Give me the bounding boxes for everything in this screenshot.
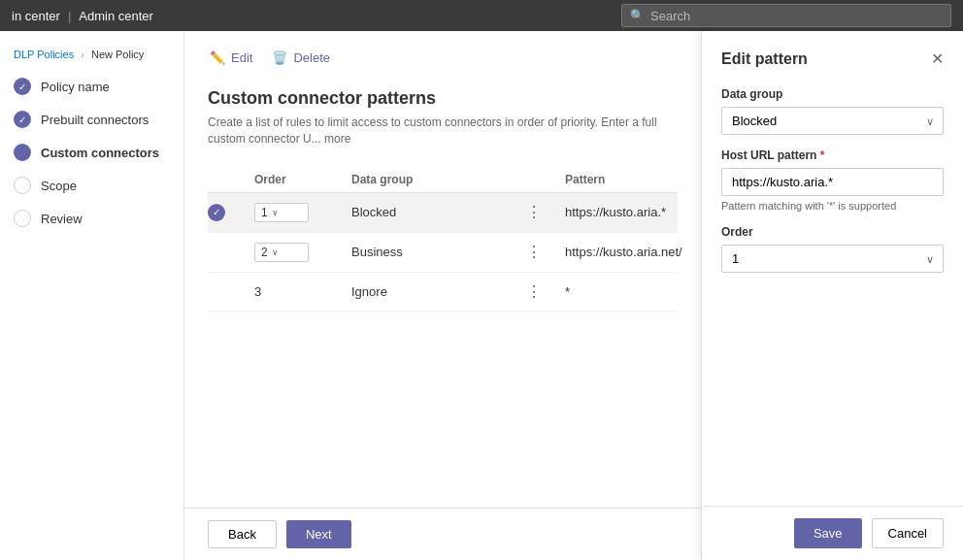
sidebar-label-scope: Scope [41,179,77,193]
content-area: ✏️ Edit 🗑️ Delete Custom connector patte… [184,31,701,560]
pattern-2: https://kusto.aria.net/ [565,245,682,259]
host-url-label: Host URL pattern * [721,148,944,162]
panel-header: Edit pattern ✕ [721,50,944,68]
panel-title: Edit pattern [721,50,808,68]
save-button[interactable]: Save [794,518,862,548]
row-check-icon: ✓ [208,204,225,221]
admin-label: Admin center [79,9,153,23]
order-select-wrapper: 1 2 3 [721,245,944,273]
host-url-input[interactable] [721,168,944,196]
col-check [208,173,254,186]
data-group-select-wrapper: Blocked Business Ignore [721,107,944,135]
sidebar-label-prebuilt-connectors: Prebuilt connectors [41,113,149,127]
row-menu-2[interactable]: ⋮ [526,243,565,261]
host-url-hint: Pattern matching with '*' is supported [721,200,944,212]
order-chevron-1: ∨ [272,208,279,217]
delete-button[interactable]: 🗑️ Delete [270,47,332,69]
table-container: Order Data group Pattern ✓ 1 ∨ Blocked ⋮ [208,167,678,312]
sidebar-label-policy-name: Policy name [41,80,110,94]
sidebar-item-policy-name[interactable]: ✓ Policy name [0,70,183,103]
order-value-2: 2 [261,246,268,259]
breadcrumb-current: New Policy [91,49,144,60]
nav-separator: | [68,9,71,23]
row-menu-3[interactable]: ⋮ [526,282,565,301]
app-name: in center [12,9,60,23]
panel-close-button[interactable]: ✕ [931,51,944,67]
cancel-button[interactable]: Cancel [872,518,944,548]
edit-button[interactable]: ✏️ Edit [208,47,254,69]
prebuilt-connectors-icon: ✓ [14,111,31,128]
order-label: Order [721,225,944,239]
sidebar-item-review[interactable]: Review [0,202,183,235]
col-order: Order [254,173,351,186]
order-dropdown-2[interactable]: 2 ∨ [254,243,309,262]
breadcrumb-separator: › [81,49,84,60]
next-button[interactable]: Next [286,520,351,548]
delete-icon: 🗑️ [272,50,287,65]
pattern-1: https://kusto.aria.* [565,205,678,219]
table-row[interactable]: ✓ 1 ∨ Blocked ⋮ https://kusto.aria.* [208,193,678,233]
col-pattern: Pattern [565,173,678,186]
edit-panel: Edit pattern ✕ Data group Blocked Busine… [701,31,963,560]
sidebar-item-prebuilt-connectors[interactable]: ✓ Prebuilt connectors [0,103,183,136]
data-group-2: Business [351,245,526,259]
bottom-bar: Back Next [184,508,701,560]
data-group-select[interactable]: Blocked Business Ignore [721,107,944,135]
table-row[interactable]: 2 ∨ Business ⋮ https://kusto.aria.net/ [208,233,678,273]
back-button[interactable]: Back [208,520,277,548]
sidebar: DLP Policies › New Policy ✓ Policy name … [0,31,184,560]
delete-label: Delete [293,50,330,65]
section-title: Custom connector patterns [208,88,678,109]
data-group-3: Ignore [351,284,526,299]
row-menu-1[interactable]: ⋮ [526,203,565,221]
data-group-1: Blocked [351,205,526,219]
order-value-3: 3 [254,284,261,299]
pattern-3: * [565,284,678,299]
order-select[interactable]: 1 2 3 [721,245,944,273]
breadcrumb-parent[interactable]: DLP Policies [14,49,74,60]
search-bar[interactable]: 🔍 [621,4,951,27]
custom-connectors-icon [14,144,31,161]
order-chevron-2: ∨ [272,247,279,257]
sidebar-label-review: Review [41,212,83,226]
order-value-1: 1 [261,206,268,219]
edit-label: Edit [231,50,252,65]
scope-icon [14,177,31,194]
search-input[interactable] [650,9,943,23]
sidebar-label-custom-connectors: Custom connectors [41,146,159,160]
required-marker: * [820,148,825,162]
policy-name-icon: ✓ [14,78,31,95]
breadcrumb: DLP Policies › New Policy [0,43,183,70]
top-nav: in center | Admin center 🔍 [0,0,963,31]
review-icon [14,210,31,227]
section-desc: Create a list of rules to limit access t… [208,115,678,148]
toolbar: ✏️ Edit 🗑️ Delete [208,47,678,69]
col-dots [526,173,565,186]
table-row[interactable]: 3 Ignore ⋮ * [208,273,678,312]
search-icon: 🔍 [630,9,645,22]
sidebar-item-custom-connectors[interactable]: Custom connectors [0,136,183,169]
panel-bottom-bar: Save Cancel [702,506,963,560]
table-header: Order Data group Pattern [208,167,678,193]
data-group-label: Data group [721,87,944,101]
main-layout: DLP Policies › New Policy ✓ Policy name … [0,31,963,560]
col-datagroup: Data group [351,173,526,186]
edit-icon: ✏️ [210,50,225,65]
sidebar-item-scope[interactable]: Scope [0,169,183,202]
order-dropdown-1[interactable]: 1 ∨ [254,203,309,222]
